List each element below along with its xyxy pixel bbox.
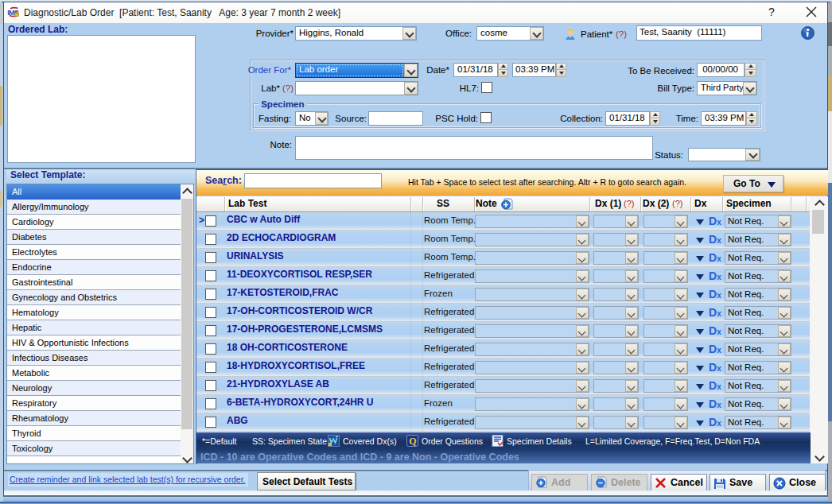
svg-text:Q: Q [409, 436, 416, 447]
